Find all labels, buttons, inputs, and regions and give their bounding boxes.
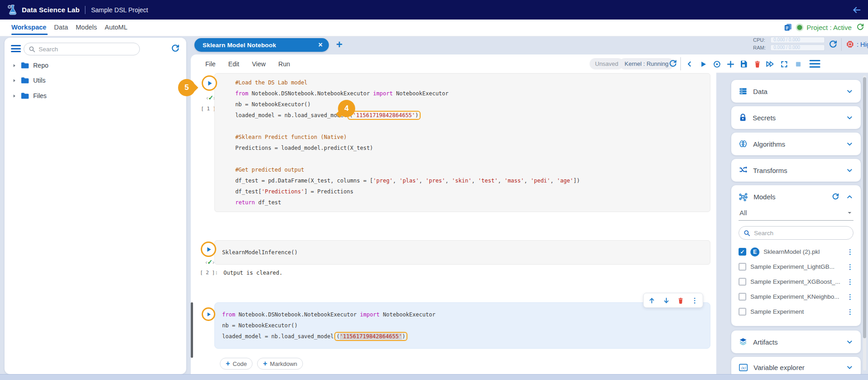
add-markdown-label: Markdown [270, 360, 297, 367]
code-cell-3-source[interactable]: from Notebook.DSNotebook.NotebookExecuto… [222, 309, 703, 342]
explorer-menu-icon[interactable] [11, 45, 21, 52]
nav-tab-automl[interactable]: AutoML [105, 24, 128, 31]
model-checkbox[interactable] [739, 293, 746, 301]
section-header-algorithms[interactable]: Algorithms [731, 133, 861, 155]
run-cell-1-button[interactable] [202, 75, 217, 91]
section-header-artifacts[interactable]: Artifacts [731, 331, 861, 353]
caret-right-icon[interactable] [12, 78, 17, 83]
delete-cell-icon[interactable] [752, 59, 762, 69]
nav-tab-workspace[interactable]: Workspace [11, 24, 46, 31]
chevron-down-icon[interactable] [846, 167, 853, 174]
close-tab-icon[interactable]: × [317, 41, 323, 49]
delete-cell-3-icon[interactable] [677, 297, 684, 304]
nav-tab-models[interactable]: Models [76, 24, 97, 31]
model-options-icon[interactable]: ⋮ [847, 279, 853, 284]
stop-kernel-icon[interactable] [793, 59, 803, 69]
model-options-icon[interactable]: ⋮ [847, 249, 853, 254]
ram-usage-readout: 0.000 / 0.000 [770, 44, 825, 51]
lock-icon [739, 113, 747, 122]
cell-more-options-icon[interactable]: ⋮ [691, 298, 698, 303]
model-list-item[interactable]: Sample Experiment ⋮ [739, 304, 853, 319]
models-panel-body: All ✓ E SklearnModel (2).pkl ⋮ Sample Ex… [731, 206, 861, 319]
notebook-cells-area: ‹✓› [ 1 ]: #Load the DS Lab model from N… [191, 73, 716, 374]
caret-right-icon[interactable] [12, 94, 17, 99]
chevron-up-icon[interactable] [846, 193, 853, 201]
run-all-cells-icon[interactable] [765, 59, 775, 69]
chevron-down-icon[interactable] [846, 338, 853, 346]
code-cell-1[interactable]: #Load the DS Lab model from Notebook.DSN… [214, 73, 710, 212]
notebook-tab-title: Sklearn Model Notebook [203, 42, 317, 49]
model-options-icon[interactable]: ⋮ [847, 294, 853, 299]
code-cell-2[interactable]: SklearnModelInference() [214, 240, 710, 265]
priority-label: : High [857, 41, 868, 48]
tree-item-utils[interactable]: Utils [5, 74, 186, 86]
add-markdown-cell-button[interactable]: + Markdown [257, 358, 303, 370]
model-list-item[interactable]: Sample Experiment_LightGB... ⋮ [739, 259, 853, 274]
model-checkbox[interactable] [739, 278, 746, 286]
save-notebook-icon[interactable] [739, 59, 749, 69]
kernel-status-badge[interactable]: Kernel : Running [619, 58, 674, 69]
file-explorer-panel: Repo Utils Files [5, 38, 186, 374]
project-files-icon[interactable] [784, 23, 793, 32]
model-item-label: Sample Experiment [750, 308, 843, 315]
models-search-input[interactable] [754, 230, 831, 237]
explorer-search-box [24, 43, 140, 55]
run-cell-toolbar-icon[interactable] [698, 59, 708, 69]
add-code-cell-button[interactable]: + Code [220, 358, 253, 370]
chevron-down-icon[interactable] [846, 114, 853, 122]
chevron-down-icon[interactable] [846, 364, 853, 371]
explorer-search-input[interactable] [39, 46, 120, 53]
section-header-models[interactable]: Models [731, 185, 861, 206]
notebook-options-menu-icon[interactable] [809, 60, 820, 68]
model-options-icon[interactable]: ⋮ [847, 264, 853, 269]
new-tab-button[interactable]: + [336, 39, 342, 50]
tree-item-files[interactable]: Files [5, 90, 186, 102]
move-cell-down-icon[interactable] [663, 297, 670, 304]
explorer-refresh-icon[interactable] [171, 44, 180, 53]
models-search-box [739, 226, 853, 240]
menu-run[interactable]: Run [278, 60, 290, 68]
model-checkbox[interactable] [739, 263, 746, 271]
chevron-down-icon[interactable] [846, 140, 853, 148]
notebook-tab[interactable]: Sklearn Model Notebook × [194, 38, 329, 52]
menu-file[interactable]: File [205, 60, 216, 68]
model-filter-value: All [739, 209, 747, 217]
section-header-data[interactable]: Data [731, 80, 861, 103]
model-checkbox[interactable] [739, 308, 746, 316]
run-cell-3-button[interactable] [202, 307, 215, 321]
chevron-down-icon[interactable] [846, 88, 853, 95]
section-card-artifacts: Artifacts [731, 331, 861, 353]
code-cell-3[interactable]: from Notebook.DSNotebook.NotebookExecuto… [214, 302, 710, 349]
tree-item-repo[interactable]: Repo [5, 59, 186, 71]
menu-edit[interactable]: Edit [228, 60, 239, 68]
collapse-left-icon[interactable] [684, 59, 694, 69]
model-checkbox-checked[interactable]: ✓ [739, 248, 746, 256]
section-label: Secrets [753, 114, 840, 122]
model-list-item[interactable]: ✓ E SklearnModel (2).pkl ⋮ [739, 244, 853, 259]
model-options-icon[interactable]: ⋮ [847, 309, 853, 314]
kernel-refresh-icon[interactable] [669, 59, 677, 68]
caret-right-icon[interactable] [12, 63, 17, 68]
code-cell-2-source[interactable]: SklearnModelInference() [222, 247, 703, 258]
nav-tab-data[interactable]: Data [54, 24, 68, 31]
priority-indicator: : High [846, 40, 868, 49]
back-arrow-icon[interactable] [852, 5, 862, 15]
models-refresh-icon[interactable] [832, 193, 839, 201]
fullscreen-icon[interactable] [779, 59, 789, 69]
model-list-item[interactable]: Sample Experiment_XGBoost_... ⋮ [739, 274, 853, 289]
run-cell-2-button[interactable] [201, 242, 216, 257]
model-filter-select[interactable]: All [739, 206, 853, 221]
section-label: Algorithms [753, 140, 840, 148]
menu-view[interactable]: View [252, 60, 266, 68]
section-header-transforms[interactable]: Transforms [731, 159, 861, 182]
resources-refresh-icon[interactable] [828, 40, 838, 49]
model-list-item[interactable]: Sample Experiment_KNeighbo... ⋮ [739, 289, 853, 304]
target-record-icon[interactable] [712, 59, 722, 69]
add-cell-icon[interactable] [725, 59, 735, 69]
page-scrollbar-thumb[interactable] [863, 77, 866, 338]
project-refresh-icon[interactable] [856, 23, 864, 31]
move-cell-up-icon[interactable] [648, 297, 655, 304]
code-cell-1-source[interactable]: #Load the DS Lab model from Notebook.DSN… [222, 77, 703, 208]
tree-item-label: Repo [33, 62, 48, 69]
section-header-secrets[interactable]: Secrets [731, 106, 861, 129]
